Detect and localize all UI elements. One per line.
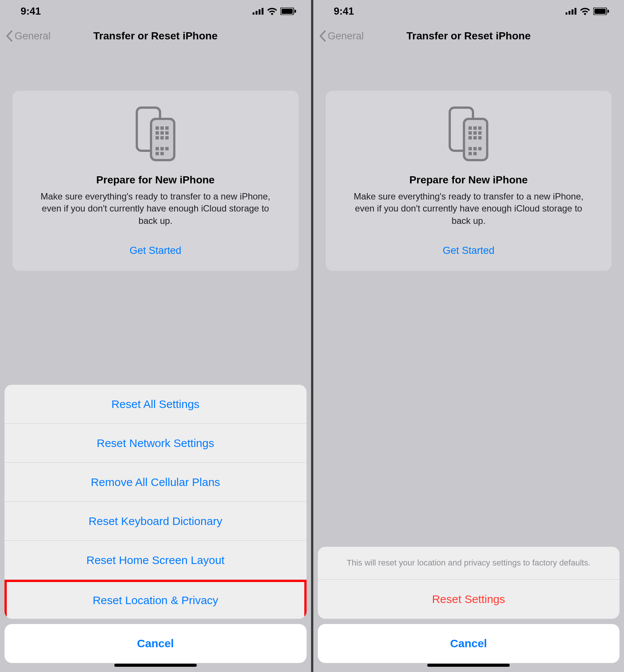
navbar: General Transfer or Reset iPhone (313, 22, 624, 50)
svg-rect-32 (468, 126, 472, 130)
svg-rect-16 (160, 136, 164, 140)
page-title: Transfer or Reset iPhone (407, 30, 531, 42)
phone-right: 9:41 General Transfer or Reset iPhone (313, 0, 624, 672)
navbar: General Transfer or Reset iPhone (0, 22, 311, 50)
card-desc: Make sure everything's ready to transfer… (345, 190, 592, 227)
time-label: 9:41 (21, 6, 41, 17)
svg-rect-20 (165, 147, 169, 150)
status-icons (253, 8, 296, 15)
svg-rect-45 (473, 152, 477, 155)
confirm-sheet: This will reset your location and privac… (318, 547, 620, 668)
svg-rect-35 (468, 131, 472, 135)
confirm-message: This will reset your location and privac… (318, 547, 620, 580)
wifi-icon (267, 8, 277, 15)
svg-rect-28 (594, 9, 606, 14)
svg-rect-22 (160, 152, 164, 155)
cancel-button[interactable]: Cancel (318, 624, 620, 663)
svg-rect-39 (473, 136, 477, 140)
action-sheet: Reset All Settings Reset Network Setting… (4, 385, 307, 668)
svg-rect-10 (160, 126, 164, 130)
transfer-devices-icon (133, 106, 178, 162)
svg-rect-36 (473, 131, 477, 135)
svg-rect-13 (160, 131, 164, 135)
status-icons (566, 8, 609, 15)
reset-keyboard-dictionary-option[interactable]: Reset Keyboard Dictionary (4, 502, 307, 541)
svg-rect-3 (262, 8, 263, 15)
svg-rect-29 (608, 10, 609, 13)
svg-rect-33 (473, 126, 477, 130)
home-indicator[interactable] (114, 664, 197, 667)
svg-rect-23 (566, 12, 567, 15)
card-title: Prepare for New iPhone (24, 174, 287, 186)
reset-location-privacy-option[interactable]: Reset Location & Privacy (4, 580, 307, 619)
cellular-icon (566, 8, 577, 15)
svg-rect-38 (468, 136, 472, 140)
time-label: 9:41 (334, 6, 354, 17)
svg-rect-15 (156, 136, 159, 140)
back-button[interactable]: General (6, 30, 51, 42)
svg-rect-34 (478, 126, 482, 130)
reset-all-settings-option[interactable]: Reset All Settings (4, 385, 307, 424)
get-started-link[interactable]: Get Started (24, 245, 287, 256)
svg-rect-24 (569, 11, 570, 15)
svg-rect-43 (478, 147, 482, 150)
svg-rect-26 (575, 8, 576, 15)
chevron-left-icon (319, 30, 326, 42)
chevron-left-icon (6, 30, 13, 42)
svg-rect-1 (256, 11, 257, 15)
svg-rect-37 (478, 131, 482, 135)
remove-cellular-plans-option[interactable]: Remove All Cellular Plans (4, 463, 307, 502)
svg-rect-11 (165, 126, 169, 130)
svg-rect-21 (156, 152, 159, 155)
sheet-options-group: Reset All Settings Reset Network Setting… (4, 385, 307, 619)
prepare-card: Prepare for New iPhone Make sure everyth… (326, 91, 612, 271)
svg-rect-25 (572, 9, 573, 15)
svg-rect-41 (468, 147, 472, 150)
home-indicator[interactable] (427, 664, 510, 667)
svg-rect-2 (259, 9, 260, 15)
back-button[interactable]: General (319, 30, 364, 42)
reset-settings-button[interactable]: Reset Settings (318, 580, 620, 619)
svg-rect-44 (468, 152, 472, 155)
card-desc: Make sure everything's ready to transfer… (32, 190, 279, 227)
svg-rect-9 (156, 126, 159, 130)
svg-rect-18 (156, 147, 159, 150)
confirm-group: This will reset your location and privac… (318, 547, 620, 619)
back-label: General (15, 30, 51, 42)
statusbar: 9:41 (313, 0, 624, 22)
page-title: Transfer or Reset iPhone (93, 30, 217, 42)
svg-rect-17 (165, 136, 169, 140)
svg-rect-14 (165, 131, 169, 135)
svg-rect-12 (156, 131, 159, 135)
svg-rect-5 (281, 9, 293, 14)
svg-rect-6 (295, 10, 296, 13)
svg-rect-0 (253, 12, 254, 15)
reset-network-settings-option[interactable]: Reset Network Settings (4, 424, 307, 463)
phone-left: 9:41 General Transfer or Reset iPhone (0, 0, 311, 672)
reset-home-screen-option[interactable]: Reset Home Screen Layout (4, 541, 307, 580)
back-label: General (328, 30, 364, 42)
battery-icon (593, 8, 609, 15)
battery-icon (280, 8, 296, 15)
prepare-card: Prepare for New iPhone Make sure everyth… (12, 91, 299, 271)
wifi-icon (580, 8, 590, 15)
transfer-devices-icon (446, 106, 491, 162)
statusbar: 9:41 (0, 0, 311, 22)
get-started-link[interactable]: Get Started (337, 245, 601, 256)
cellular-icon (253, 8, 264, 15)
svg-rect-40 (478, 136, 482, 140)
svg-rect-42 (473, 147, 477, 150)
svg-rect-19 (160, 147, 164, 150)
cancel-button[interactable]: Cancel (4, 624, 307, 663)
card-title: Prepare for New iPhone (337, 174, 601, 186)
